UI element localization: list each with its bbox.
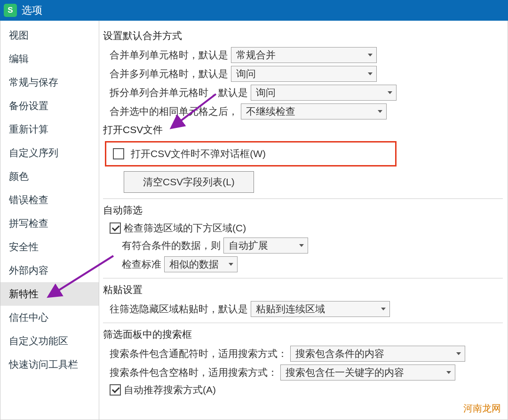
- filter-check-below-row: 检查筛选区域的下方区域(C): [110, 222, 503, 235]
- titlebar: S 选项: [0, 0, 508, 21]
- divider: [103, 323, 503, 323]
- search-auto-label: 自动推荐搜索方式(A): [124, 383, 216, 396]
- filter-match-row: 有符合条件的数据，则 自动扩展: [122, 238, 503, 254]
- merge-same-label: 合并选中的相同单元格之后，: [110, 105, 238, 118]
- sidebar-item-trust-center[interactable]: 信任中心: [0, 306, 99, 329]
- search-space-label: 搜索条件包含空格时，适用搜索方式：: [110, 366, 278, 379]
- select-value: 询问: [256, 86, 276, 99]
- sidebar: 视图 编辑 常规与保存 备份设置 重新计算 自定义序列 颜色 错误检查 拼写检查…: [0, 21, 99, 420]
- chevron-down-icon: [388, 91, 392, 94]
- chevron-down-icon: [299, 244, 304, 247]
- section-paste-title: 粘贴设置: [103, 283, 503, 296]
- section-filter-title: 自动筛选: [103, 204, 503, 217]
- merge-split-row: 拆分单列合并单元格时，默认是 询问: [110, 85, 503, 101]
- chevron-down-icon: [446, 371, 451, 374]
- search-space-select[interactable]: 搜索包含任一关键字的内容: [280, 365, 455, 380]
- merge-single-col-select[interactable]: 常规合并: [231, 47, 377, 63]
- search-wildcard-label: 搜索条件包含通配符时，适用搜索方式：: [110, 347, 287, 360]
- sidebar-item-external-content[interactable]: 外部内容: [0, 259, 99, 282]
- sidebar-item-backup[interactable]: 备份设置: [0, 94, 99, 118]
- select-value: 常规合并: [236, 48, 276, 62]
- sidebar-item-custom-ribbon[interactable]: 自定义功能区: [0, 329, 99, 353]
- divider: [103, 278, 503, 278]
- window-title: 选项: [22, 3, 42, 17]
- filter-check-below-checkbox[interactable]: [110, 222, 121, 234]
- merge-same-select[interactable]: 不继续检查: [241, 103, 387, 119]
- sidebar-item-custom-sequence[interactable]: 自定义序列: [0, 141, 99, 165]
- select-value: 不继续检查: [246, 105, 295, 118]
- select-value: 自动扩展: [229, 239, 268, 252]
- sidebar-item-general-save[interactable]: 常规与保存: [0, 71, 99, 94]
- filter-standard-select[interactable]: 相似的数据: [164, 256, 238, 272]
- chevron-down-icon: [381, 308, 386, 310]
- search-wildcard-select[interactable]: 搜索包含条件的内容: [290, 346, 465, 362]
- chevron-down-icon: [378, 110, 382, 113]
- content-panel: 设置默认合并方式 合并单列单元格时，默认是 常规合并 合并多列单元格时，默认是 …: [99, 21, 508, 420]
- sidebar-item-edit[interactable]: 编辑: [0, 47, 99, 71]
- paste-label: 往筛选隐藏区域粘贴时，默认是: [110, 302, 248, 316]
- csv-clear-button[interactable]: 清空CSV字段列表(L): [124, 171, 254, 193]
- watermark-text: 河南龙网: [463, 402, 501, 415]
- section-merge-title: 设置默认合并方式: [103, 29, 503, 42]
- search-auto-checkbox[interactable]: [110, 384, 121, 396]
- select-value: 搜索包含任一关键字的内容: [286, 366, 404, 379]
- merge-split-label: 拆分单列合并单元格时，默认是: [110, 86, 248, 99]
- sidebar-item-view[interactable]: 视图: [0, 24, 99, 47]
- main-container: 视图 编辑 常规与保存 备份设置 重新计算 自定义序列 颜色 错误检查 拼写检查…: [0, 21, 508, 420]
- section-search-title: 筛选面板中的搜索框: [103, 328, 503, 341]
- filter-standard-row: 检查标准 相似的数据: [122, 256, 503, 272]
- chevron-down-icon: [368, 54, 373, 56]
- select-value: 搜索包含条件的内容: [295, 347, 384, 360]
- select-value: 相似的数据: [169, 258, 219, 271]
- sidebar-item-recalculate[interactable]: 重新计算: [0, 118, 99, 141]
- sidebar-item-spell-check[interactable]: 拼写检查: [0, 212, 99, 235]
- search-auto-row: 自动推荐搜索方式(A): [110, 383, 503, 396]
- csv-no-dialog-checkbox[interactable]: [113, 148, 124, 159]
- chevron-down-icon: [456, 352, 461, 355]
- filter-check-below-label: 检查筛选区域的下方区域(C): [124, 222, 246, 235]
- filter-match-select[interactable]: 自动扩展: [223, 238, 308, 254]
- merge-single-col-label: 合并单列单元格时，默认是: [110, 48, 228, 62]
- csv-highlight-box: 打开CSV文件时不弹对话框(W): [105, 141, 397, 166]
- merge-multi-col-row: 合并多列单元格时，默认是 询问: [110, 66, 503, 82]
- select-value: 询问: [236, 67, 256, 80]
- merge-multi-col-select[interactable]: 询问: [231, 66, 377, 82]
- merge-same-row: 合并选中的相同单元格之后， 不继续检查: [110, 103, 503, 119]
- merge-split-select[interactable]: 询问: [251, 85, 397, 101]
- select-value: 粘贴到连续区域: [256, 302, 325, 316]
- search-wildcard-row: 搜索条件包含通配符时，适用搜索方式： 搜索包含条件的内容: [110, 346, 503, 362]
- sidebar-item-error-check[interactable]: 错误检查: [0, 188, 99, 212]
- filter-match-label: 有符合条件的数据，则: [122, 239, 221, 252]
- merge-single-col-row: 合并单列单元格时，默认是 常规合并: [110, 47, 503, 63]
- paste-row: 往筛选隐藏区域粘贴时，默认是 粘贴到连续区域: [110, 301, 503, 317]
- chevron-down-icon: [229, 263, 233, 266]
- csv-no-dialog-label: 打开CSV文件时不弹对话框(W): [131, 147, 266, 160]
- filter-standard-label: 检查标准: [122, 258, 161, 271]
- search-space-row: 搜索条件包含空格时，适用搜索方式： 搜索包含任一关键字的内容: [110, 365, 503, 380]
- csv-clear-row: 清空CSV字段列表(L): [110, 171, 503, 193]
- chevron-down-icon: [368, 72, 373, 75]
- divider: [103, 198, 503, 199]
- section-csv-title: 打开CSV文件: [103, 123, 503, 136]
- app-logo-icon: S: [4, 4, 17, 17]
- sidebar-item-security[interactable]: 安全性: [0, 235, 99, 259]
- sidebar-item-color[interactable]: 颜色: [0, 165, 99, 188]
- paste-select[interactable]: 粘贴到连续区域: [251, 301, 390, 317]
- sidebar-item-new-features[interactable]: 新特性: [0, 282, 99, 306]
- sidebar-item-quick-access[interactable]: 快速访问工具栏: [0, 353, 99, 376]
- merge-multi-col-label: 合并多列单元格时，默认是: [110, 67, 228, 80]
